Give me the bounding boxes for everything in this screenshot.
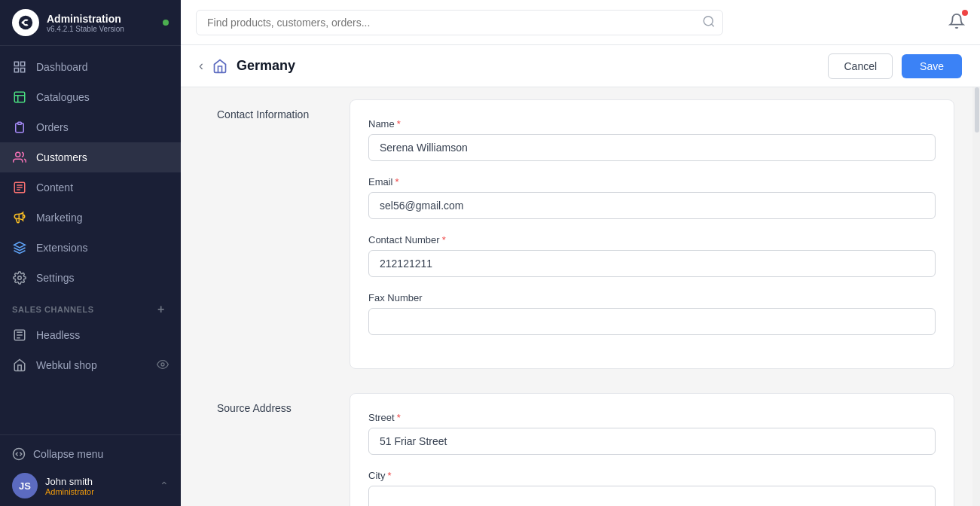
webkul-shop-icon <box>12 358 27 373</box>
street-group: Street * <box>368 412 936 455</box>
name-input[interactable] <box>368 134 936 161</box>
svg-point-10 <box>18 276 22 280</box>
svg-point-8 <box>16 152 20 157</box>
name-group: Name * <box>368 118 936 161</box>
page-header: ‹ Germany Cancel Save <box>181 45 980 87</box>
street-label: Street * <box>368 412 936 423</box>
sidebar-item-label: Headless <box>36 329 80 341</box>
save-button[interactable]: Save <box>902 54 962 78</box>
sidebar-item-label: Extensions <box>36 242 87 254</box>
sidebar-item-extensions[interactable]: Extensions <box>0 233 181 263</box>
street-input[interactable] <box>368 428 936 455</box>
email-required: * <box>395 176 399 187</box>
svg-point-12 <box>161 363 164 366</box>
contact-number-group: Contact Number * <box>368 234 936 277</box>
email-label: Email * <box>368 176 936 187</box>
name-label: Name * <box>368 118 936 130</box>
add-sales-channel-button[interactable]: + <box>154 302 169 317</box>
source-section-row: Source Address Street * City * <box>181 381 972 506</box>
user-info: JS John smith Administrator ⌃ <box>12 465 169 498</box>
online-indicator <box>163 20 169 26</box>
search-input[interactable] <box>196 10 723 35</box>
contact-number-input[interactable] <box>368 250 936 277</box>
sidebar-item-label: Customers <box>36 151 87 163</box>
svg-rect-4 <box>14 69 18 72</box>
sidebar-item-headless[interactable]: Headless <box>0 320 181 350</box>
sidebar-item-marketing[interactable]: Marketing <box>0 203 181 233</box>
sidebar-item-settings[interactable]: Settings <box>0 263 181 293</box>
search-button[interactable] <box>702 14 716 30</box>
home-button[interactable] <box>212 59 227 74</box>
city-input[interactable] <box>368 486 936 506</box>
main-content: ‹ Germany Cancel Save Contact Informatio… <box>181 0 980 506</box>
sidebar-item-label: Settings <box>36 272 75 284</box>
scrollbar-thumb[interactable] <box>975 87 979 133</box>
svg-point-0 <box>19 16 32 29</box>
fax-input[interactable] <box>368 308 936 335</box>
svg-point-1 <box>22 21 25 24</box>
source-form-card: Street * City * <box>350 393 954 506</box>
user-menu-chevron[interactable]: ⌃ <box>160 480 169 492</box>
sidebar-item-customers[interactable]: Customers <box>0 142 181 172</box>
sidebar-item-label: Content <box>36 181 73 194</box>
city-required: * <box>387 470 391 481</box>
source-section-label: Source Address <box>199 381 350 506</box>
sidebar-item-label: Webkul shop <box>36 359 97 371</box>
contact-form-card: Name * Email * Contact <box>350 99 954 369</box>
topbar <box>181 0 980 45</box>
sidebar-item-catalogues[interactable]: Catalogues <box>0 82 181 112</box>
back-button[interactable]: ‹ <box>199 58 203 74</box>
cancel-button[interactable]: Cancel <box>828 53 893 79</box>
contact-number-label: Contact Number * <box>368 234 936 245</box>
search-bar <box>196 10 723 35</box>
sidebar-nav: Dashboard Catalogues Orders <box>0 46 181 434</box>
sidebar-item-label: Orders <box>36 121 69 133</box>
content-icon <box>12 180 27 195</box>
street-required: * <box>397 412 401 423</box>
contact-number-required: * <box>442 234 446 245</box>
notification-button[interactable] <box>948 13 965 32</box>
svg-rect-2 <box>14 62 18 66</box>
sidebar: Administration v6.4.2.1 Stable Version D… <box>0 0 181 506</box>
catalogue-icon <box>12 90 27 105</box>
sidebar-item-label: Catalogues <box>36 91 90 103</box>
notification-badge <box>962 10 968 16</box>
name-required: * <box>397 118 401 130</box>
svg-rect-5 <box>21 69 25 72</box>
headless-icon <box>12 328 27 343</box>
contact-section-label: Contact Information <box>199 87 350 381</box>
customers-icon <box>12 150 27 165</box>
sales-channels-section: Sales Channels + <box>0 293 181 320</box>
fax-group: Fax Number <box>368 292 936 335</box>
contact-section-row: Contact Information Name * Email * <box>181 87 972 381</box>
sidebar-item-content[interactable]: Content <box>0 172 181 203</box>
svg-line-15 <box>711 23 713 26</box>
svg-rect-6 <box>14 92 25 102</box>
city-group: City * <box>368 470 936 506</box>
svg-rect-3 <box>21 62 25 66</box>
settings-icon <box>12 270 27 285</box>
orders-icon <box>12 120 27 135</box>
sidebar-header: Administration v6.4.2.1 Stable Version <box>0 0 181 46</box>
sidebar-item-label: Marketing <box>36 212 82 224</box>
app-logo <box>12 9 39 36</box>
fax-label: Fax Number <box>368 292 936 303</box>
collapse-menu-button[interactable]: Collapse menu <box>12 443 169 465</box>
content-area: Contact Information Name * Email * <box>181 87 980 506</box>
topbar-actions <box>948 13 965 32</box>
sidebar-item-orders[interactable]: Orders <box>0 112 181 142</box>
sidebar-item-webkul-shop[interactable]: Webkul shop <box>0 350 181 380</box>
sidebar-item-label: Dashboard <box>36 61 88 73</box>
app-title: Administration v6.4.2.1 Stable Version <box>47 13 124 33</box>
marketing-icon <box>12 210 27 225</box>
svg-rect-7 <box>18 122 22 124</box>
dashboard-icon <box>12 59 27 75</box>
eye-icon[interactable] <box>157 358 169 373</box>
email-input[interactable] <box>368 192 936 219</box>
city-label: City * <box>368 470 936 481</box>
email-group: Email * <box>368 176 936 219</box>
sidebar-footer: Collapse menu JS John smith Administrato… <box>0 434 181 506</box>
sidebar-item-dashboard[interactable]: Dashboard <box>0 52 181 82</box>
svg-point-14 <box>704 16 713 25</box>
user-details: John smith Administrator <box>45 476 152 496</box>
